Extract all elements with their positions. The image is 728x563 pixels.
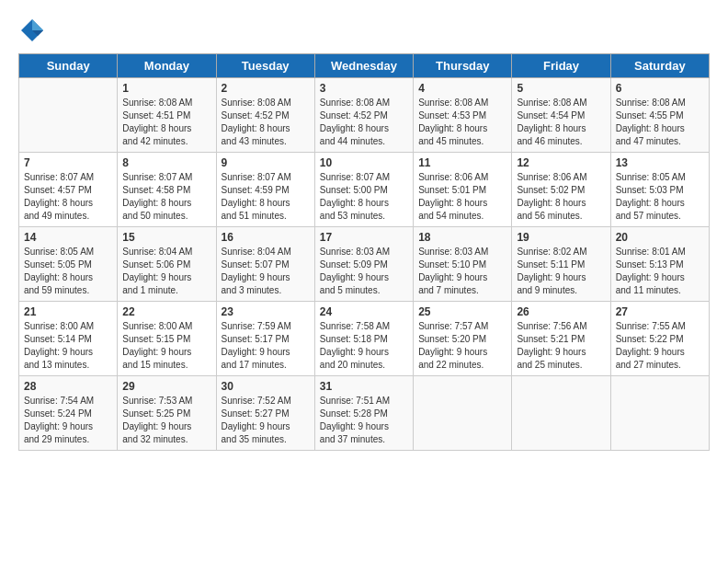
day-number: 4 xyxy=(418,82,506,95)
weekday-header-sunday: Sunday xyxy=(19,54,118,78)
day-number: 20 xyxy=(616,231,704,244)
logo xyxy=(18,17,50,44)
day-number: 23 xyxy=(222,305,310,318)
calendar-cell: 14Sunrise: 8:05 AM Sunset: 5:05 PM Dayli… xyxy=(19,227,118,302)
day-info: Sunrise: 7:58 AM Sunset: 5:18 PM Dayligh… xyxy=(320,320,408,372)
day-info: Sunrise: 8:07 AM Sunset: 4:57 PM Dayligh… xyxy=(24,171,112,223)
day-number: 30 xyxy=(222,380,310,393)
day-number: 15 xyxy=(122,231,210,244)
calendar-cell: 19Sunrise: 8:02 AM Sunset: 5:11 PM Dayli… xyxy=(512,227,610,302)
day-info: Sunrise: 8:07 AM Sunset: 5:00 PM Dayligh… xyxy=(320,171,408,223)
day-info: Sunrise: 8:05 AM Sunset: 5:05 PM Dayligh… xyxy=(24,246,112,297)
calendar-cell: 15Sunrise: 8:04 AM Sunset: 5:06 PM Dayli… xyxy=(118,227,216,302)
calendar-cell: 18Sunrise: 8:03 AM Sunset: 5:10 PM Dayli… xyxy=(414,227,512,302)
calendar-cell: 23Sunrise: 7:59 AM Sunset: 5:17 PM Dayli… xyxy=(216,302,314,376)
day-number: 2 xyxy=(222,82,310,95)
calendar-cell: 9Sunrise: 8:07 AM Sunset: 4:59 PM Daylig… xyxy=(216,153,314,227)
day-info: Sunrise: 8:08 AM Sunset: 4:52 PM Dayligh… xyxy=(222,97,310,148)
day-info: Sunrise: 7:54 AM Sunset: 5:24 PM Dayligh… xyxy=(24,395,112,446)
calendar-cell: 22Sunrise: 8:00 AM Sunset: 5:15 PM Dayli… xyxy=(118,302,216,376)
day-info: Sunrise: 8:01 AM Sunset: 5:13 PM Dayligh… xyxy=(616,246,704,297)
day-number: 13 xyxy=(616,156,704,169)
day-info: Sunrise: 8:03 AM Sunset: 5:10 PM Dayligh… xyxy=(418,246,506,297)
day-number: 19 xyxy=(517,231,605,244)
day-info: Sunrise: 8:08 AM Sunset: 4:54 PM Dayligh… xyxy=(517,97,605,148)
calendar-cell: 11Sunrise: 8:06 AM Sunset: 5:01 PM Dayli… xyxy=(414,153,512,227)
calendar-cell: 28Sunrise: 7:54 AM Sunset: 5:24 PM Dayli… xyxy=(19,376,118,451)
calendar-week-row: 28Sunrise: 7:54 AM Sunset: 5:24 PM Dayli… xyxy=(19,376,710,451)
calendar-cell xyxy=(19,78,118,153)
calendar-cell: 21Sunrise: 8:00 AM Sunset: 5:14 PM Dayli… xyxy=(19,302,118,376)
day-info: Sunrise: 8:08 AM Sunset: 4:53 PM Dayligh… xyxy=(418,97,506,148)
calendar-cell: 10Sunrise: 8:07 AM Sunset: 5:00 PM Dayli… xyxy=(314,153,413,227)
calendar-cell: 12Sunrise: 8:06 AM Sunset: 5:02 PM Dayli… xyxy=(512,153,610,227)
day-number: 27 xyxy=(616,305,704,318)
weekday-header-monday: Monday xyxy=(118,54,216,78)
calendar-cell: 2Sunrise: 8:08 AM Sunset: 4:52 PM Daylig… xyxy=(216,78,314,153)
svg-marker-1 xyxy=(32,19,43,30)
day-number: 6 xyxy=(616,82,704,95)
day-number: 17 xyxy=(320,231,408,244)
day-number: 11 xyxy=(418,156,506,169)
calendar-week-row: 21Sunrise: 8:00 AM Sunset: 5:14 PM Dayli… xyxy=(19,302,710,376)
day-info: Sunrise: 7:53 AM Sunset: 5:25 PM Dayligh… xyxy=(122,395,210,446)
calendar-cell: 1Sunrise: 8:08 AM Sunset: 4:51 PM Daylig… xyxy=(118,78,216,153)
day-info: Sunrise: 8:02 AM Sunset: 5:11 PM Dayligh… xyxy=(517,246,605,297)
day-info: Sunrise: 7:57 AM Sunset: 5:20 PM Dayligh… xyxy=(418,320,506,372)
day-info: Sunrise: 8:07 AM Sunset: 4:59 PM Dayligh… xyxy=(222,171,310,223)
calendar-cell: 25Sunrise: 7:57 AM Sunset: 5:20 PM Dayli… xyxy=(414,302,512,376)
day-number: 14 xyxy=(24,231,112,244)
day-number: 12 xyxy=(517,156,605,169)
day-number: 8 xyxy=(122,156,210,169)
calendar-week-row: 7Sunrise: 8:07 AM Sunset: 4:57 PM Daylig… xyxy=(19,153,710,227)
calendar-table: SundayMondayTuesdayWednesdayThursdayFrid… xyxy=(18,53,710,451)
weekday-header-saturday: Saturday xyxy=(610,54,709,78)
calendar-cell: 27Sunrise: 7:55 AM Sunset: 5:22 PM Dayli… xyxy=(610,302,709,376)
day-info: Sunrise: 8:08 AM Sunset: 4:51 PM Dayligh… xyxy=(122,97,210,148)
weekday-header-tuesday: Tuesday xyxy=(216,54,314,78)
calendar-week-row: 1Sunrise: 8:08 AM Sunset: 4:51 PM Daylig… xyxy=(19,78,710,153)
day-info: Sunrise: 8:00 AM Sunset: 5:15 PM Dayligh… xyxy=(122,320,210,372)
calendar-cell: 30Sunrise: 7:52 AM Sunset: 5:27 PM Dayli… xyxy=(216,376,314,451)
day-number: 9 xyxy=(222,156,310,169)
day-number: 25 xyxy=(418,305,506,318)
day-number: 18 xyxy=(418,231,506,244)
day-number: 26 xyxy=(517,305,605,318)
calendar-cell: 5Sunrise: 8:08 AM Sunset: 4:54 PM Daylig… xyxy=(512,78,610,153)
day-number: 10 xyxy=(320,156,408,169)
day-number: 1 xyxy=(122,82,210,95)
calendar-cell xyxy=(512,376,610,451)
day-info: Sunrise: 7:52 AM Sunset: 5:27 PM Dayligh… xyxy=(222,395,310,446)
header xyxy=(18,17,710,44)
day-info: Sunrise: 8:08 AM Sunset: 4:52 PM Dayligh… xyxy=(320,97,408,148)
calendar-cell: 6Sunrise: 8:08 AM Sunset: 4:55 PM Daylig… xyxy=(610,78,709,153)
calendar-cell: 26Sunrise: 7:56 AM Sunset: 5:21 PM Dayli… xyxy=(512,302,610,376)
calendar-cell: 13Sunrise: 8:05 AM Sunset: 5:03 PM Dayli… xyxy=(610,153,709,227)
day-number: 5 xyxy=(517,82,605,95)
calendar-cell: 24Sunrise: 7:58 AM Sunset: 5:18 PM Dayli… xyxy=(314,302,413,376)
logo-icon xyxy=(18,17,46,44)
calendar-cell xyxy=(414,376,512,451)
day-info: Sunrise: 8:05 AM Sunset: 5:03 PM Dayligh… xyxy=(616,171,704,223)
calendar-cell: 3Sunrise: 8:08 AM Sunset: 4:52 PM Daylig… xyxy=(314,78,413,153)
calendar-cell: 20Sunrise: 8:01 AM Sunset: 5:13 PM Dayli… xyxy=(610,227,709,302)
day-info: Sunrise: 8:03 AM Sunset: 5:09 PM Dayligh… xyxy=(320,246,408,297)
day-info: Sunrise: 7:55 AM Sunset: 5:22 PM Dayligh… xyxy=(616,320,704,372)
day-number: 3 xyxy=(320,82,408,95)
weekday-header-friday: Friday xyxy=(512,54,610,78)
calendar-cell: 16Sunrise: 8:04 AM Sunset: 5:07 PM Dayli… xyxy=(216,227,314,302)
day-number: 31 xyxy=(320,380,408,393)
day-number: 7 xyxy=(24,156,112,169)
day-info: Sunrise: 7:56 AM Sunset: 5:21 PM Dayligh… xyxy=(517,320,605,372)
day-info: Sunrise: 8:06 AM Sunset: 5:01 PM Dayligh… xyxy=(418,171,506,223)
day-number: 29 xyxy=(122,380,210,393)
day-info: Sunrise: 7:59 AM Sunset: 5:17 PM Dayligh… xyxy=(222,320,310,372)
day-info: Sunrise: 8:04 AM Sunset: 5:06 PM Dayligh… xyxy=(122,246,210,297)
calendar-cell: 17Sunrise: 8:03 AM Sunset: 5:09 PM Dayli… xyxy=(314,227,413,302)
day-info: Sunrise: 8:08 AM Sunset: 4:55 PM Dayligh… xyxy=(616,97,704,148)
day-number: 24 xyxy=(320,305,408,318)
calendar-cell: 4Sunrise: 8:08 AM Sunset: 4:53 PM Daylig… xyxy=(414,78,512,153)
day-number: 21 xyxy=(24,305,112,318)
day-info: Sunrise: 8:04 AM Sunset: 5:07 PM Dayligh… xyxy=(222,246,310,297)
weekday-header-row: SundayMondayTuesdayWednesdayThursdayFrid… xyxy=(19,54,710,78)
